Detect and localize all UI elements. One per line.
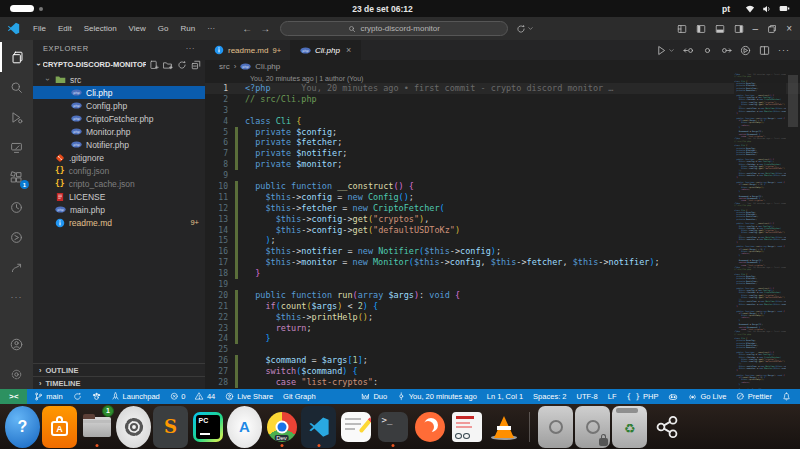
menu-item-go[interactable]: Go <box>153 22 174 35</box>
code-line[interactable]: 6 private $fetcher; <box>205 137 800 148</box>
command-center[interactable]: crypto-discord-monitor <box>280 21 508 36</box>
status-lf[interactable]: LF <box>603 389 622 404</box>
activity-settings[interactable] <box>0 359 33 389</box>
layout-sync-icon[interactable] <box>516 24 526 34</box>
system-tray[interactable]: pt <box>722 3 790 14</box>
status-spaces-2[interactable]: Spaces: 2 <box>528 389 571 404</box>
workspace-indicator[interactable] <box>10 5 43 12</box>
activity-git-graph[interactable] <box>0 252 33 282</box>
code-line[interactable]: 22 $this->printHelp(); <box>205 312 800 323</box>
code-line[interactable]: 9 <box>205 170 800 181</box>
explorer-item-readme.md[interactable]: readme.md9+ <box>33 216 205 229</box>
status-pet[interactable] <box>87 389 106 404</box>
menu-item-[interactable]: ··· <box>202 22 220 35</box>
keyboard-layout[interactable]: pt <box>722 4 730 14</box>
dock-app-store[interactable]: A <box>227 406 262 448</box>
dock-app-center[interactable]: A <box>42 406 77 448</box>
dock-vscode[interactable] <box>301 406 336 448</box>
status-php[interactable]: { }PHP <box>621 389 663 404</box>
run-circle-icon[interactable] <box>740 45 751 56</box>
refresh-icon[interactable] <box>177 60 187 70</box>
sync-dropdown[interactable] <box>516 24 534 34</box>
close-button[interactable]: × <box>786 23 792 34</box>
sidebar-left-icon[interactable] <box>696 24 706 34</box>
tab-readme.md[interactable]: readme.md9+ <box>205 40 291 60</box>
activity-remote-explorer[interactable] <box>0 132 33 162</box>
code-line[interactable]: 5 private $config; <box>205 127 800 138</box>
vertical-scrollbar[interactable] <box>786 73 800 389</box>
code-line[interactable]: 17 $this->monitor = new Monitor($this->c… <box>205 257 800 268</box>
code-line[interactable]: 11 $this->config = new Config(); <box>205 192 800 203</box>
sidebar-more-icon[interactable]: ··· <box>186 44 195 53</box>
breadcrumb-src[interactable]: src <box>219 62 230 71</box>
code-line[interactable]: 21 if(count($args) < 2) { <box>205 301 800 312</box>
activity-search[interactable] <box>0 72 33 102</box>
dock-document-viewer[interactable] <box>449 406 484 448</box>
split-editor-icon[interactable] <box>759 45 770 56</box>
activity-run-debug[interactable] <box>0 102 33 132</box>
dock-help[interactable]: ? <box>5 406 40 448</box>
status-sync[interactable] <box>68 389 87 404</box>
nav-back-icon[interactable]: ← <box>242 23 252 34</box>
status-44[interactable]: 44 <box>190 389 220 404</box>
status-launchpad[interactable]: Launchpad <box>106 389 165 404</box>
code-editor[interactable]: You, 20 minutes ago | 1 author (You) 1<?… <box>205 73 800 389</box>
code-line[interactable]: 18 } <box>205 268 800 279</box>
prev-change-icon[interactable] <box>683 45 694 56</box>
explorer-item-main.php[interactable]: phpmain.php <box>33 203 205 216</box>
explorer-item-cripto_cache.json[interactable]: {}cripto_cache.json <box>33 177 205 190</box>
menu-item-view[interactable]: View <box>124 22 151 35</box>
code-line[interactable]: 3 <box>205 105 800 116</box>
code-line[interactable]: 2// src/Cli.php <box>205 94 800 105</box>
dock-settings[interactable] <box>116 406 151 448</box>
new-file-icon[interactable] <box>149 60 159 70</box>
collapse-all-icon[interactable] <box>191 60 201 70</box>
code-line[interactable]: 4class Cli { <box>205 116 800 127</box>
activity-explorer[interactable] <box>0 42 33 72</box>
status-copilot[interactable] <box>663 389 683 404</box>
explorer-item-config.json[interactable]: {}config.json <box>33 164 205 177</box>
code-line[interactable]: 13 $this->config->get("cryptos"), <box>205 214 800 225</box>
scrollbar-thumb[interactable] <box>788 75 798 127</box>
dock-disk-encrypted[interactable] <box>575 406 610 448</box>
status-you-20-minutes-ago[interactable]: You, 20 minutes ago <box>392 389 482 404</box>
status-duo[interactable]: Duo <box>356 389 392 404</box>
project-section-header[interactable]: › CRYPTO-DISCORD-MONITOR <box>33 57 205 72</box>
status--[interactable]: >< <box>0 389 27 404</box>
code-line[interactable]: 10 public function __construct() { <box>205 181 800 192</box>
dock-files[interactable]: 1 <box>79 406 114 448</box>
status-bell[interactable] <box>777 389 796 404</box>
status-0[interactable]: 0 <box>165 389 191 404</box>
breadcrumb[interactable]: src›phpCli.php <box>205 60 800 73</box>
clock[interactable]: 23 de set 06:12 <box>352 4 412 14</box>
dock-text-editor[interactable] <box>338 406 373 448</box>
explorer-item-src[interactable]: ›src <box>33 73 205 86</box>
close-icon[interactable]: × <box>346 45 351 55</box>
dock-network-share[interactable] <box>649 406 684 448</box>
status-live-share[interactable]: Live Share <box>220 389 278 404</box>
tab-cli.php[interactable]: phpCli.php× <box>291 40 361 60</box>
status-main[interactable]: main <box>29 389 67 404</box>
explorer-item-notifier.php[interactable]: phpNotifier.php <box>33 138 205 151</box>
status-go-live[interactable]: Go Live <box>683 389 731 404</box>
menu-item-selection[interactable]: Selection <box>79 22 122 35</box>
explorer-item-cli.php[interactable]: phpCli.php <box>33 86 205 99</box>
code-line[interactable]: 14 $this->config->get("defaultUSDToKz") <box>205 225 800 236</box>
code-line[interactable]: 16 $this->notifier = new Notifier($this-… <box>205 246 800 257</box>
nav-forward-icon[interactable]: → <box>260 23 270 34</box>
dock-chrome-dev[interactable]: Dev <box>264 406 299 448</box>
minimize-button[interactable]: – <box>753 23 759 34</box>
code-line[interactable]: 12 $this->fetcher = new CriptoFetcher( <box>205 203 800 214</box>
minimap[interactable]: <?php You, 20 minutes ago • first commit… <box>734 73 786 389</box>
code-line[interactable]: 25 <box>205 344 800 355</box>
code-line[interactable]: 15 ); <box>205 235 800 246</box>
code-line[interactable]: 1<?php You, 20 minutes ago • first commi… <box>205 83 800 94</box>
run-icon[interactable] <box>656 45 675 56</box>
status-git-graph[interactable]: Git Graph <box>278 389 321 404</box>
code-line[interactable]: 24 } <box>205 333 800 344</box>
status-utf-8[interactable]: UTF-8 <box>571 389 602 404</box>
dock-vlc[interactable] <box>486 406 521 448</box>
code-line[interactable]: 28 case "list-cryptos": <box>205 377 800 388</box>
compare-icon[interactable] <box>702 45 713 56</box>
dock-trash[interactable]: ♻ <box>612 406 647 448</box>
